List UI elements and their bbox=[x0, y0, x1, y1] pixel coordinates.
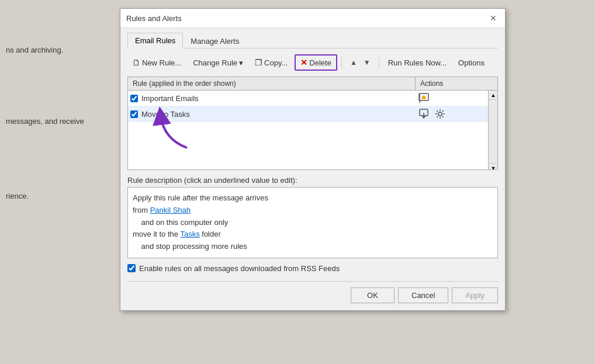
new-rule-button[interactable]: 🗋 New Rule... bbox=[127, 56, 186, 70]
delete-label: Delete bbox=[309, 58, 331, 67]
table-row[interactable]: Important Emails bbox=[128, 91, 497, 106]
rule-desc-line-4: move it to the Tasks folder bbox=[133, 228, 493, 241]
new-rule-label: New Rule... bbox=[142, 58, 181, 67]
dialog-footer: OK Cancel Apply bbox=[127, 281, 498, 303]
rules-header-actions: Actions bbox=[416, 77, 497, 90]
rss-feeds-label: Enable rules on all messages downloaded … bbox=[139, 264, 340, 273]
tab-manage-alerts[interactable]: Manage Alerts bbox=[183, 33, 247, 48]
bg-text-rience: rience. bbox=[6, 192, 29, 200]
change-rule-label: Change Rule bbox=[193, 58, 237, 67]
options-button[interactable]: Options bbox=[454, 56, 489, 70]
run-rules-now-button[interactable]: Run Rules Now... bbox=[383, 56, 451, 70]
rule-2-checkbox[interactable] bbox=[130, 110, 138, 118]
change-rule-dropdown-icon: ▾ bbox=[239, 58, 243, 67]
svg-marker-2 bbox=[421, 95, 427, 100]
rule-1-name: Important Emails bbox=[141, 94, 413, 103]
dialog-body: Email Rules Manage Alerts 🗋 New Rule... … bbox=[120, 28, 505, 310]
rule-desc-line-1: Apply this rule after the message arrive… bbox=[133, 192, 493, 204]
pankil-shah-link[interactable]: Pankil Shah bbox=[150, 206, 191, 214]
rules-header-rule: Rule (applied in the order shown) bbox=[128, 77, 416, 90]
rule-1-flag-icon bbox=[418, 92, 430, 104]
scroll-down-arrow[interactable]: ▼ bbox=[489, 163, 497, 170]
tab-email-rules[interactable]: Email Rules bbox=[127, 33, 183, 48]
delete-x-icon: ✕ bbox=[300, 58, 307, 67]
table-row[interactable]: Move to Tasks bbox=[128, 106, 497, 122]
bg-text-archiving: ns and archiving. bbox=[6, 46, 63, 54]
rules-and-alerts-dialog: Rules and Alerts ✕ Email Rules Manage Al… bbox=[120, 8, 506, 311]
run-rules-label: Run Rules Now... bbox=[388, 58, 447, 67]
apply-button[interactable]: Apply bbox=[452, 287, 498, 303]
rules-list-wrapper: Rule (applied in the order shown) Action… bbox=[127, 77, 498, 170]
tabs: Email Rules Manage Alerts bbox=[127, 33, 498, 48]
rule-2-move-icon bbox=[418, 108, 430, 120]
new-rule-icon: 🗋 bbox=[132, 58, 140, 67]
svg-line-12 bbox=[442, 110, 444, 112]
move-up-button[interactable]: ▲ bbox=[347, 57, 360, 68]
toolbar-separator-1 bbox=[341, 57, 342, 68]
tasks-folder-link[interactable]: Tasks bbox=[180, 230, 199, 238]
rules-table-header: Rule (applied in the order shown) Action… bbox=[128, 77, 497, 91]
cancel-button[interactable]: Cancel bbox=[398, 287, 448, 303]
delete-button[interactable]: ✕ Delete bbox=[296, 56, 335, 69]
rules-body: Important Emails bbox=[128, 91, 497, 170]
rule-desc-box: Apply this rule after the message arrive… bbox=[127, 187, 498, 258]
close-button[interactable]: ✕ bbox=[487, 12, 499, 24]
scrollbar[interactable]: ▲ ▼ bbox=[488, 91, 497, 170]
move-down-button[interactable]: ▼ bbox=[361, 57, 373, 68]
rule-1-checkbox[interactable] bbox=[130, 95, 138, 102]
rule-description-section: Rule description (click an underlined va… bbox=[127, 176, 498, 258]
scroll-track bbox=[489, 100, 497, 163]
rule-desc-line-2: from Pankil Shah bbox=[133, 204, 493, 217]
rss-checkbox-row: Enable rules on all messages downloaded … bbox=[127, 264, 498, 273]
options-label: Options bbox=[458, 58, 485, 67]
rule-desc-line-3: and on this computer only bbox=[133, 217, 493, 229]
dialog-title: Rules and Alerts bbox=[126, 14, 182, 23]
toolbar: 🗋 New Rule... Change Rule ▾ ❐ Copy... ✕ … bbox=[127, 53, 498, 72]
toolbar-separator-2 bbox=[379, 57, 379, 68]
rule-desc-label: Rule description (click an underlined va… bbox=[127, 176, 498, 185]
rule-2-name: Move to Tasks bbox=[141, 110, 413, 119]
svg-line-10 bbox=[437, 110, 438, 112]
rss-feeds-checkbox[interactable] bbox=[127, 264, 136, 272]
copy-label: Copy... bbox=[264, 58, 288, 67]
delete-button-wrapper: ✕ Delete bbox=[295, 54, 337, 71]
bg-text-messages: messages, and receive bbox=[6, 117, 84, 126]
move-arrows: ▲ ▼ bbox=[347, 57, 373, 68]
scroll-up-arrow[interactable]: ▲ bbox=[489, 91, 497, 100]
ok-button[interactable]: OK bbox=[351, 287, 395, 303]
rule-2-settings-icon bbox=[434, 108, 446, 120]
svg-line-11 bbox=[442, 116, 444, 117]
dialog-titlebar: Rules and Alerts ✕ bbox=[120, 9, 505, 28]
rule-1-actions bbox=[413, 92, 495, 104]
change-rule-button[interactable]: Change Rule ▾ bbox=[188, 56, 248, 70]
svg-point-5 bbox=[438, 112, 442, 116]
rule-desc-line-5: and stop processing more rules bbox=[133, 241, 493, 253]
copy-icon: ❐ bbox=[255, 58, 262, 67]
svg-line-13 bbox=[437, 116, 438, 117]
rule-2-actions bbox=[413, 108, 495, 120]
copy-button[interactable]: ❐ Copy... bbox=[250, 56, 292, 70]
